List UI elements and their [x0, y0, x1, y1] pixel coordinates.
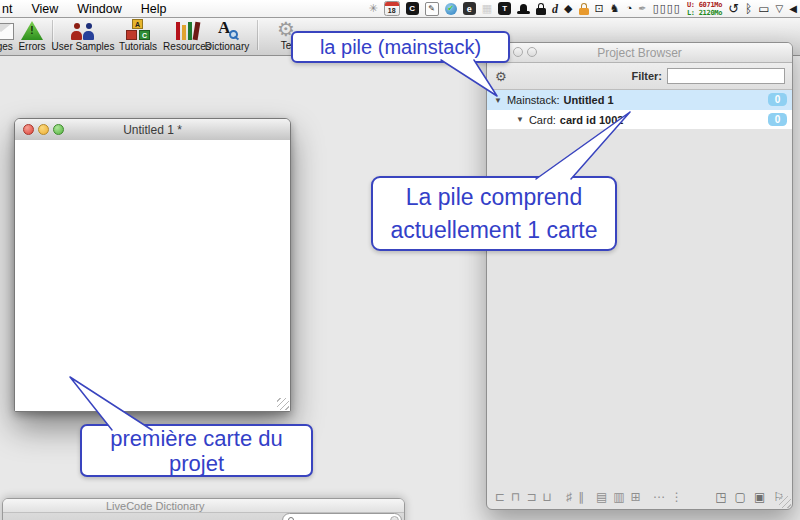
- time-machine-icon[interactable]: ↺: [728, 2, 739, 15]
- calendar-icon[interactable]: 18: [384, 1, 400, 16]
- project-browser-footer: ⊏ ⊓ ⊐ ⊔ ♯ ∥ ▤ ▥ ⊞ ⋯ ⋮ ◳ ▢ ▣ ⚐: [487, 485, 792, 509]
- clipboard-icon[interactable]: T: [498, 2, 511, 15]
- hat-icon[interactable]: [517, 4, 530, 14]
- notes-icon[interactable]: ✎: [425, 2, 439, 16]
- align-bottom-icon[interactable]: ⊔: [543, 490, 552, 504]
- equal-height-icon[interactable]: ▥: [613, 490, 624, 504]
- minimize-button-inactive[interactable]: [513, 47, 523, 57]
- exclamation-mark: !: [21, 25, 43, 36]
- callout-line: actuellement 1 carte: [390, 214, 597, 247]
- callout-text: la pile (mainstack): [320, 36, 481, 59]
- callout-mainstack: la pile (mainstack): [291, 31, 510, 63]
- grid-snap-icon[interactable]: ⊞: [631, 490, 641, 504]
- more-actions-icon[interactable]: ⋯: [653, 490, 665, 504]
- close-button[interactable]: [23, 124, 34, 135]
- project-browser-window: Project Browser ⚙ Filter: ▼ Mainstack: U…: [486, 42, 793, 510]
- toolbar-item-dictionary[interactable]: A Dictionary: [202, 19, 252, 52]
- toolbar-label: Te: [281, 40, 292, 51]
- toolbar-label: Dictionary: [205, 41, 249, 52]
- menu-item-development-truncated[interactable]: nt: [2, 2, 12, 16]
- row-type: Mainstack:: [507, 94, 560, 106]
- calendar-day: 18: [388, 7, 396, 15]
- errors-icon: !: [21, 21, 43, 40]
- block-b: [126, 30, 137, 40]
- footer-right-icons: ◳ ▢ ▣ ⚐: [707, 490, 784, 504]
- lock-icon[interactable]: [536, 3, 546, 15]
- zoom-button-inactive[interactable]: [527, 47, 537, 57]
- tutorials-icon: A C: [126, 19, 150, 40]
- orange-lock-icon[interactable]: [579, 3, 589, 15]
- menu-item-view[interactable]: View: [31, 2, 58, 16]
- tree-row-card[interactable]: ▼ Card: card id 1002 0: [487, 110, 792, 129]
- input-slots-icon[interactable]: ▯▯▯▯: [653, 2, 681, 15]
- stack-window-titlebar[interactable]: Untitled 1 *: [15, 119, 290, 141]
- memory-lower: L: 2120Mo: [687, 9, 722, 17]
- row-name: card id 1002: [560, 114, 624, 126]
- bluetooth-icon[interactable]: ᛒ: [745, 3, 752, 15]
- dictionary-window-body: [3, 513, 404, 520]
- project-browser-titlebar[interactable]: Project Browser: [487, 43, 792, 63]
- letter-d-icon[interactable]: d: [552, 3, 558, 15]
- menu-item-help[interactable]: Help: [141, 2, 167, 16]
- tree-row-mainstack[interactable]: ▼ Mainstack: Untitled 1 0: [487, 90, 792, 110]
- stack-window: Untitled 1 *: [14, 118, 291, 412]
- magnifier-icon: [229, 30, 238, 39]
- duplicate-icon[interactable]: ▣: [754, 490, 765, 504]
- align-left-icon[interactable]: ⊏: [495, 490, 505, 504]
- callout-card-count: La pile comprend actuellement 1 carte: [371, 176, 617, 251]
- menu-item-window[interactable]: Window: [77, 2, 121, 16]
- disclosure-triangle-icon[interactable]: ▼: [494, 96, 502, 105]
- toolbar-label: User Samples: [52, 41, 115, 52]
- distribute-vertical-icon[interactable]: ∥: [578, 490, 584, 504]
- menu-items: nt View Window Help: [0, 2, 167, 16]
- toolbar-label: Tutorials: [119, 41, 157, 52]
- grid-dimmed-icon[interactable]: ▦: [482, 3, 492, 14]
- toolbar-item-errors[interactable]: ! Errors: [15, 19, 49, 52]
- toolbar-label: Errors: [18, 41, 45, 52]
- pen-icon[interactable]: ✒: [638, 4, 646, 14]
- callout-line: projet: [169, 451, 224, 476]
- minimize-button[interactable]: [38, 124, 49, 135]
- card-area[interactable]: [15, 140, 290, 411]
- volume-icon[interactable]: ◀: [789, 4, 797, 14]
- disclosure-triangle-icon[interactable]: ▼: [516, 115, 524, 124]
- equal-width-icon[interactable]: ▤: [596, 490, 607, 504]
- resources-icon: [176, 20, 199, 40]
- row-badge: 0: [768, 113, 787, 126]
- browser-gear-icon[interactable]: ⚙: [495, 69, 507, 84]
- row-type: Card:: [529, 114, 556, 126]
- wifi-icon[interactable]: ▽: [776, 4, 784, 14]
- toolbar-label: ages: [0, 41, 13, 52]
- dictionary-window: LiveCode Dictionary: [2, 498, 405, 520]
- evernote-icon[interactable]: e: [463, 2, 476, 15]
- window-switcher-icon[interactable]: ⊡: [595, 3, 604, 14]
- dictionary-window-title: LiveCode Dictionary: [106, 500, 204, 512]
- settings-gear-icon[interactable]: ✳: [368, 3, 377, 14]
- dictionary-search-input[interactable]: [282, 513, 402, 520]
- app-c-icon[interactable]: C: [406, 2, 419, 15]
- filter-input[interactable]: [667, 68, 785, 84]
- align-top-icon[interactable]: ⊓: [511, 490, 520, 504]
- project-browser-title: Project Browser: [597, 46, 682, 60]
- search-options-knob[interactable]: [390, 516, 399, 520]
- new-card-icon[interactable]: ▢: [735, 490, 746, 504]
- sync-globe-icon[interactable]: ✔: [445, 3, 457, 15]
- memory-readout: U: 6071Mo L: 2120Mo: [687, 1, 722, 17]
- toolbar-item-user-samples[interactable]: User Samples: [53, 19, 113, 52]
- package-icon[interactable]: ◆: [564, 3, 572, 14]
- display-icon[interactable]: ▭: [758, 3, 769, 15]
- stack-window-title: Untitled 1 *: [123, 123, 182, 137]
- new-mainstack-icon[interactable]: ◳: [715, 490, 726, 504]
- distribute-horizontal-icon[interactable]: ♯: [566, 490, 572, 504]
- resize-grip[interactable]: [277, 398, 289, 410]
- align-right-icon[interactable]: ⊐: [526, 490, 536, 504]
- sync-check-icon: ✔: [447, 4, 454, 13]
- resize-grip[interactable]: [779, 496, 791, 508]
- dictionary-window-titlebar[interactable]: LiveCode Dictionary: [3, 499, 404, 513]
- twitter-bird-icon[interactable]: ♞: [610, 3, 620, 14]
- toolbar-item-tutorials[interactable]: A C Tutorials: [113, 19, 163, 52]
- callout-line: première carte du: [110, 426, 282, 451]
- zoom-button[interactable]: [53, 124, 64, 135]
- timer-icon[interactable]: ◔: [626, 3, 633, 14]
- overflow-menu-icon[interactable]: ⋮: [671, 490, 683, 504]
